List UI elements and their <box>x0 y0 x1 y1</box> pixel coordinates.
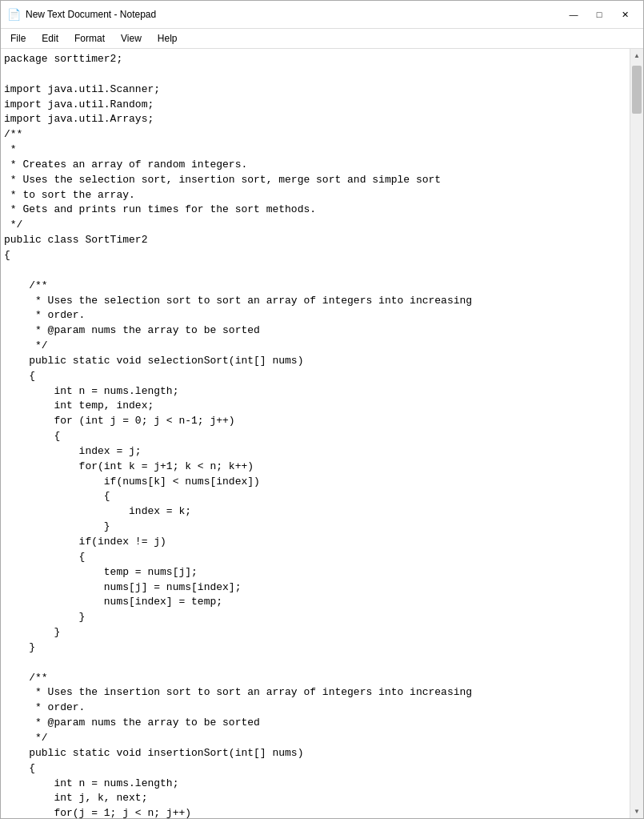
menu-view[interactable]: View <box>114 30 148 46</box>
title-bar: 📄 New Text Document - Notepad — □ ✕ <box>1 1 643 29</box>
menu-edit[interactable]: Edit <box>35 30 65 46</box>
menu-bar: File Edit Format View Help <box>1 29 643 49</box>
scroll-up-button[interactable]: ▲ <box>630 49 644 62</box>
editor-container: package sorttimer2; import java.util.Sca… <box>1 49 643 818</box>
vertical-scrollbar: ▲ ▼ <box>630 49 643 818</box>
window-title: New Text Document - Notepad <box>26 9 156 20</box>
menu-file[interactable]: File <box>4 30 32 46</box>
scroll-down-button[interactable]: ▼ <box>630 805 644 818</box>
code-editor[interactable]: package sorttimer2; import java.util.Sca… <box>1 49 630 818</box>
menu-help[interactable]: Help <box>151 30 184 46</box>
minimize-button[interactable]: — <box>562 6 586 23</box>
notepad-window: 📄 New Text Document - Notepad — □ ✕ File… <box>0 0 644 819</box>
menu-format[interactable]: Format <box>68 30 111 46</box>
title-bar-left: 📄 New Text Document - Notepad <box>7 8 156 22</box>
scroll-track[interactable] <box>630 62 643 805</box>
scroll-thumb[interactable] <box>632 66 642 114</box>
app-icon: 📄 <box>7 8 21 22</box>
title-bar-controls: — □ ✕ <box>562 6 637 23</box>
close-button[interactable]: ✕ <box>613 6 637 23</box>
maximize-button[interactable]: □ <box>587 6 611 23</box>
